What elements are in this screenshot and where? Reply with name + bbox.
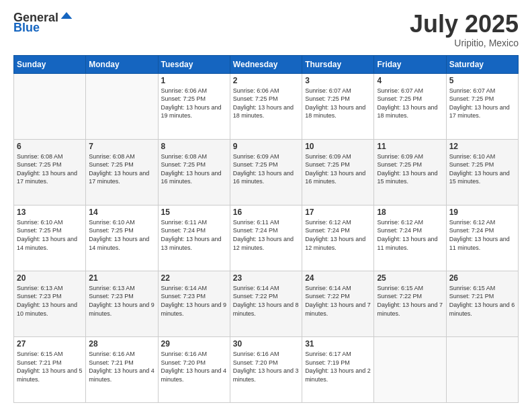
day-number: 5 [449,76,515,85]
page: General Blue July 2025 Uripitio, Mexico … [0,0,532,411]
title-block: July 2025 Uripitio, Mexico [410,11,519,48]
day-number: 10 [305,142,371,151]
logo: General Blue [13,11,73,35]
day-info: Sunrise: 6:07 AM Sunset: 7:25 PM Dayligh… [377,87,443,120]
header-wednesday: Wednesday [230,55,302,73]
day-info: Sunrise: 6:16 AM Sunset: 7:20 PM Dayligh… [233,350,299,383]
day-number: 29 [161,339,227,349]
day-number: 6 [17,142,83,151]
day-info: Sunrise: 6:07 AM Sunset: 7:25 PM Dayligh… [449,87,515,120]
day-number: 12 [449,142,515,151]
day-info: Sunrise: 6:10 AM Sunset: 7:25 PM Dayligh… [89,218,154,252]
logo-blue: Blue [13,21,40,35]
day-number: 27 [17,339,83,349]
table-cell: 8Sunrise: 6:08 AM Sunset: 7:25 PM Daylig… [158,139,230,205]
day-number: 13 [17,208,83,217]
table-cell: 15Sunrise: 6:11 AM Sunset: 7:24 PM Dayli… [158,205,230,271]
day-info: Sunrise: 6:08 AM Sunset: 7:25 PM Dayligh… [161,152,227,186]
table-cell: 28Sunrise: 6:16 AM Sunset: 7:21 PM Dayli… [86,336,158,402]
day-info: Sunrise: 6:08 AM Sunset: 7:25 PM Dayligh… [17,152,83,186]
calendar-row: 20Sunrise: 6:13 AM Sunset: 7:23 PM Dayli… [14,271,519,336]
day-number: 16 [233,208,299,217]
day-info: Sunrise: 6:14 AM Sunset: 7:22 PM Dayligh… [233,284,299,318]
day-number: 22 [161,273,227,283]
table-cell: 11Sunrise: 6:09 AM Sunset: 7:25 PM Dayli… [374,139,446,205]
day-info: Sunrise: 6:08 AM Sunset: 7:25 PM Dayligh… [89,152,154,186]
header-saturday: Saturday [446,55,518,73]
month-title: July 2025 [410,11,519,38]
day-info: Sunrise: 6:12 AM Sunset: 7:24 PM Dayligh… [449,218,515,252]
logo-icon [60,9,73,22]
day-info: Sunrise: 6:15 AM Sunset: 7:22 PM Dayligh… [377,284,443,318]
day-number: 2 [233,76,299,85]
weekday-header-row: Sunday Monday Tuesday Wednesday Thursday… [14,55,519,73]
day-number: 4 [377,76,443,85]
table-cell: 18Sunrise: 6:12 AM Sunset: 7:24 PM Dayli… [374,205,446,271]
table-cell: 13Sunrise: 6:10 AM Sunset: 7:25 PM Dayli… [14,205,86,271]
table-cell: 14Sunrise: 6:10 AM Sunset: 7:25 PM Dayli… [86,205,158,271]
day-number: 1 [161,76,227,85]
table-cell: 9Sunrise: 6:09 AM Sunset: 7:25 PM Daylig… [230,139,302,205]
day-number: 25 [377,273,443,283]
day-number: 9 [233,142,299,151]
table-cell: 1Sunrise: 6:06 AM Sunset: 7:25 PM Daylig… [158,73,230,139]
day-info: Sunrise: 6:17 AM Sunset: 7:19 PM Dayligh… [305,350,371,383]
day-info: Sunrise: 6:12 AM Sunset: 7:24 PM Dayligh… [377,218,443,252]
calendar-row: 1Sunrise: 6:06 AM Sunset: 7:25 PM Daylig… [14,73,519,139]
table-cell: 23Sunrise: 6:14 AM Sunset: 7:22 PM Dayli… [230,271,302,336]
table-cell [374,336,446,402]
day-number: 11 [377,142,443,151]
table-cell: 26Sunrise: 6:15 AM Sunset: 7:21 PM Dayli… [446,271,518,336]
header-tuesday: Tuesday [158,55,230,73]
calendar-row: 27Sunrise: 6:15 AM Sunset: 7:21 PM Dayli… [14,336,519,402]
table-cell: 27Sunrise: 6:15 AM Sunset: 7:21 PM Dayli… [14,336,86,402]
table-cell: 29Sunrise: 6:16 AM Sunset: 7:20 PM Dayli… [158,336,230,402]
day-number: 15 [161,208,227,217]
day-number: 23 [233,273,299,283]
table-cell: 19Sunrise: 6:12 AM Sunset: 7:24 PM Dayli… [446,205,518,271]
day-info: Sunrise: 6:09 AM Sunset: 7:25 PM Dayligh… [233,152,299,186]
day-info: Sunrise: 6:07 AM Sunset: 7:25 PM Dayligh… [305,87,371,120]
day-number: 19 [449,208,515,217]
location: Uripitio, Mexico [410,38,519,48]
table-cell: 10Sunrise: 6:09 AM Sunset: 7:25 PM Dayli… [302,139,374,205]
table-cell: 5Sunrise: 6:07 AM Sunset: 7:25 PM Daylig… [446,73,518,139]
header-friday: Friday [374,55,446,73]
day-info: Sunrise: 6:09 AM Sunset: 7:25 PM Dayligh… [377,152,443,186]
day-number: 8 [161,142,227,151]
day-info: Sunrise: 6:13 AM Sunset: 7:23 PM Dayligh… [89,284,154,318]
day-number: 21 [89,273,154,283]
header-thursday: Thursday [302,55,374,73]
day-number: 18 [377,208,443,217]
day-number: 20 [17,273,83,283]
day-number: 24 [305,273,371,283]
day-info: Sunrise: 6:09 AM Sunset: 7:25 PM Dayligh… [305,152,371,186]
day-info: Sunrise: 6:14 AM Sunset: 7:23 PM Dayligh… [161,284,227,318]
day-number: 7 [89,142,154,151]
calendar-table: Sunday Monday Tuesday Wednesday Thursday… [13,55,519,403]
day-info: Sunrise: 6:15 AM Sunset: 7:21 PM Dayligh… [449,284,515,318]
table-cell: 21Sunrise: 6:13 AM Sunset: 7:23 PM Dayli… [86,271,158,336]
table-cell: 3Sunrise: 6:07 AM Sunset: 7:25 PM Daylig… [302,73,374,139]
day-info: Sunrise: 6:12 AM Sunset: 7:24 PM Dayligh… [305,218,371,252]
table-cell [446,336,518,402]
day-info: Sunrise: 6:06 AM Sunset: 7:25 PM Dayligh… [233,87,299,120]
table-cell: 16Sunrise: 6:11 AM Sunset: 7:24 PM Dayli… [230,205,302,271]
day-number: 30 [233,339,299,349]
day-info: Sunrise: 6:11 AM Sunset: 7:24 PM Dayligh… [161,218,227,252]
day-info: Sunrise: 6:11 AM Sunset: 7:24 PM Dayligh… [233,218,299,252]
day-info: Sunrise: 6:13 AM Sunset: 7:23 PM Dayligh… [17,284,83,318]
calendar-row: 6Sunrise: 6:08 AM Sunset: 7:25 PM Daylig… [14,139,519,205]
day-number: 3 [305,76,371,85]
day-info: Sunrise: 6:10 AM Sunset: 7:25 PM Dayligh… [17,218,83,252]
calendar-row: 13Sunrise: 6:10 AM Sunset: 7:25 PM Dayli… [14,205,519,271]
table-cell: 25Sunrise: 6:15 AM Sunset: 7:22 PM Dayli… [374,271,446,336]
table-cell: 31Sunrise: 6:17 AM Sunset: 7:19 PM Dayli… [302,336,374,402]
table-cell: 12Sunrise: 6:10 AM Sunset: 7:25 PM Dayli… [446,139,518,205]
table-cell: 7Sunrise: 6:08 AM Sunset: 7:25 PM Daylig… [86,139,158,205]
table-cell: 6Sunrise: 6:08 AM Sunset: 7:25 PM Daylig… [14,139,86,205]
day-number: 17 [305,208,371,217]
table-cell: 20Sunrise: 6:13 AM Sunset: 7:23 PM Dayli… [14,271,86,336]
day-number: 31 [305,339,371,349]
day-info: Sunrise: 6:10 AM Sunset: 7:25 PM Dayligh… [449,152,515,186]
